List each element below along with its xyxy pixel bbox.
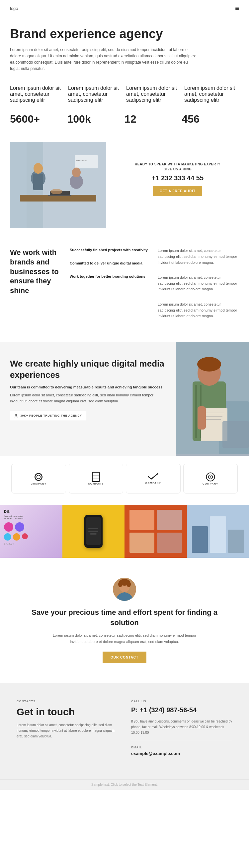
feature-item: Lorem ipsum dolor sit amet, consetetur s…	[10, 85, 65, 103]
portfolio-code-text: BN. 2024	[4, 542, 58, 545]
svg-point-5	[33, 163, 43, 174]
company-logo-4: COMPANY	[183, 464, 238, 494]
brand-desc-2: Lorem ipsum dolor sit amet, consetetur s…	[158, 275, 239, 292]
portfolio-item-3	[124, 505, 187, 558]
divider	[131, 741, 232, 741]
svg-point-40	[118, 581, 122, 587]
svg-point-41	[127, 581, 131, 587]
digital-section: We create highly unique digital media ex…	[0, 342, 249, 456]
hero-description: Lorem ipsum dolor sit amet, consectetur …	[10, 47, 196, 72]
bottom-bar: Sample text. Click to select the Text El…	[0, 779, 249, 790]
stationery-2	[157, 510, 182, 530]
books-container	[187, 505, 249, 558]
header: logo ≡	[0, 0, 249, 17]
phone-screen-line2	[88, 531, 98, 532]
brand-item-1: Successfully finished projects with crea…	[70, 248, 151, 252]
cta-phone: +1 232 333 44 55	[123, 174, 232, 182]
feature-text-3: Lorem ipsum dolor sit amet, consetetur s…	[126, 85, 181, 103]
dot-pink	[4, 522, 13, 532]
dot-orange	[13, 533, 20, 540]
digital-right-image	[176, 342, 249, 456]
svg-rect-27	[197, 406, 206, 430]
company-1-icon	[33, 472, 44, 482]
stat-number-2: 100k	[67, 113, 125, 125]
hamburger-menu-icon[interactable]: ≡	[235, 5, 239, 12]
phone-screen	[86, 517, 101, 545]
dot-red	[22, 533, 28, 539]
avatar	[113, 578, 136, 601]
portfolio-brand-text: Lorem ipsum dolorsit amet consetetur	[4, 515, 58, 520]
feature-text-4: Lorem ipsum dolor sit amet, consetetur s…	[184, 85, 239, 103]
dot-blue	[4, 533, 11, 540]
contacts-heading: Get in touch	[17, 706, 118, 717]
stat-number-4: 456	[182, 113, 239, 125]
testimonial-section: Save your precious time and effort spent…	[0, 561, 249, 673]
brands-heading: We work with brands and businesses to en…	[10, 248, 63, 295]
company-2-name: COMPANY	[88, 482, 104, 485]
phone-screen-line3	[90, 533, 96, 535]
portfolio-item-2	[62, 505, 125, 558]
svg-rect-6	[33, 174, 43, 190]
brands-right: Lorem ipsum dolor sit amet, consetetur s…	[158, 248, 239, 328]
book-2	[210, 516, 226, 553]
phone-mockup	[84, 515, 103, 548]
contacts-body: Lorem ipsum dolor sit amet, consetetur s…	[17, 722, 118, 739]
brand-item-2: Committed to deliver unique digital medi…	[70, 261, 151, 265]
logos-section: COMPANY COMPANY COMPANY COMPANY	[0, 456, 249, 501]
contact-footer: CONTACTS Get in touch Lorem ipsum dolor …	[0, 683, 249, 779]
svg-rect-11	[75, 155, 98, 168]
svg-rect-10	[48, 195, 72, 196]
digital-image-svg	[176, 342, 249, 454]
svg-rect-31	[92, 472, 99, 482]
portfolio-item-1: bn. Lorem ipsum dolorsit amet consetetur…	[0, 505, 62, 558]
feature-item: Lorem ipsum dolor sit amet, consetetur s…	[68, 85, 123, 103]
company-3-name: COMPANY	[145, 482, 161, 485]
company-1-name: COMPANY	[31, 482, 47, 485]
hero-title: Brand experience agency	[10, 27, 239, 41]
stationery-4	[157, 533, 182, 553]
ready-label: READY TO SPEAK WITH A MARKETING EXPERT? …	[123, 162, 232, 172]
logo: logo	[10, 6, 18, 11]
digital-heading: We create highly unique digital media ex…	[10, 358, 166, 381]
stat-item: 100k	[67, 113, 125, 125]
cta-box: READY TO SPEAK WITH A MARKETING EXPERT? …	[116, 142, 239, 207]
stat-item: 12	[124, 113, 182, 125]
email-label: EMAIL	[131, 746, 232, 749]
company-4-icon	[205, 472, 216, 482]
portfolio-brand-label: bn.	[4, 509, 58, 514]
brands-middle: Successfully finished projects with crea…	[70, 248, 151, 328]
stat-number-1: 5600+	[10, 113, 67, 125]
svg-text:washrooms: washrooms	[76, 159, 87, 161]
email-address: example@example.com	[131, 751, 232, 756]
company-logo-3: COMPANY	[126, 464, 181, 494]
svg-point-13	[51, 189, 62, 194]
get-free-audit-button[interactable]: GET A FREE AUDIT	[153, 186, 202, 196]
phone-screen-line1	[88, 528, 98, 529]
book-1	[192, 526, 208, 553]
company-logo-2: COMPANY	[69, 464, 123, 494]
trust-badge: 30K+ PEOPLE TRUSTING THE AGENCY	[10, 411, 86, 420]
testimonial-heading: Save your precious time and effort spent…	[27, 608, 222, 628]
office-image-svg: washrooms	[10, 142, 106, 228]
our-contact-button[interactable]: OUR CONTACT	[103, 652, 146, 663]
stat-item: 5600+	[10, 113, 67, 125]
call-us-phone: P: +1 (324) 987-56-54	[131, 706, 232, 714]
brand-item-3: Work together for better branding soluti…	[70, 274, 151, 278]
company-2-icon	[91, 472, 101, 482]
testimonial-body: Lorem ipsum dolor sit amet, consetetur s…	[52, 632, 197, 645]
svg-point-29	[35, 474, 42, 480]
brand-item-title-1: Successfully finished projects with crea…	[70, 248, 151, 252]
svg-point-8	[72, 167, 81, 177]
contacts-col: CONTACTS Get in touch Lorem ipsum dolor …	[10, 693, 124, 763]
stat-number-3: 12	[124, 113, 182, 125]
call-us-description: If you have any questions, comments or i…	[131, 718, 232, 736]
svg-point-36	[210, 476, 211, 478]
avatar-image	[113, 578, 136, 601]
feature-text-2: Lorem ipsum dolor sit amet, consetetur s…	[68, 85, 123, 103]
svg-point-22	[197, 357, 221, 372]
brands-section: We work with brands and businesses to en…	[0, 235, 249, 341]
stationery-grid	[124, 505, 187, 558]
features-row: Lorem ipsum dolor sit amet, consetetur s…	[0, 79, 249, 110]
brand-item-title-2: Committed to deliver unique digital medi…	[70, 261, 151, 265]
feature-item: Lorem ipsum dolor sit amet, consetetur s…	[126, 85, 181, 103]
